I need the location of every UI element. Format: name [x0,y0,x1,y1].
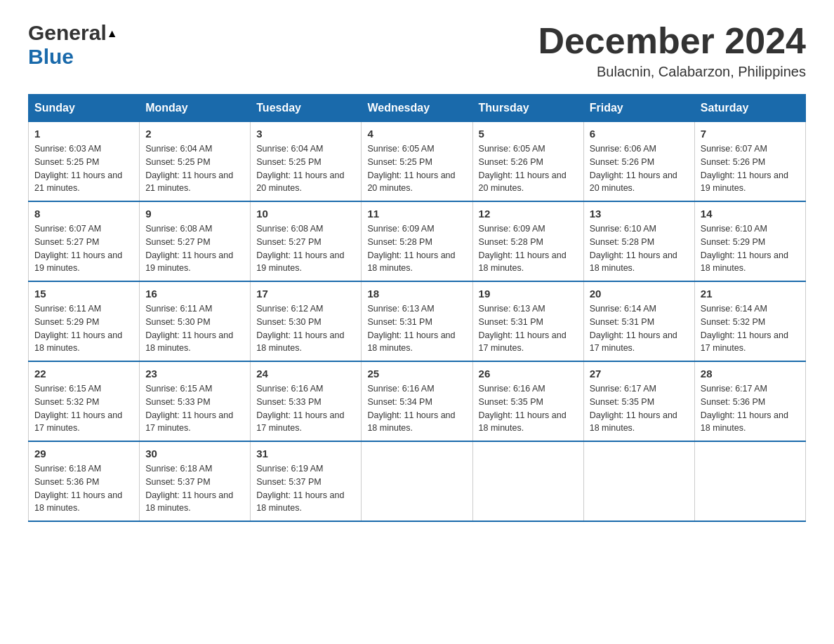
day-cell: 4 Sunrise: 6:05 AM Sunset: 5:25 PM Dayli… [362,122,472,202]
day-info: Sunrise: 6:07 AM Sunset: 5:27 PM Dayligh… [34,222,133,275]
day-info: Sunrise: 6:10 AM Sunset: 5:29 PM Dayligh… [701,222,800,275]
header-saturday: Saturday [694,95,805,122]
calendar-table: SundayMondayTuesdayWednesdayThursdayFrid… [28,94,806,522]
day-info: Sunrise: 6:05 AM Sunset: 5:26 PM Dayligh… [479,142,578,195]
week-row-2: 8 Sunrise: 6:07 AM Sunset: 5:27 PM Dayli… [29,201,806,281]
day-cell: 18 Sunrise: 6:13 AM Sunset: 5:31 PM Dayl… [362,281,472,361]
day-info: Sunrise: 6:15 AM Sunset: 5:32 PM Dayligh… [34,382,133,435]
header-monday: Monday [140,95,251,122]
header-friday: Friday [583,95,694,122]
day-number: 30 [145,448,244,459]
day-cell: 20 Sunrise: 6:14 AM Sunset: 5:31 PM Dayl… [583,281,694,361]
day-info: Sunrise: 6:17 AM Sunset: 5:35 PM Dayligh… [590,382,689,435]
page-header: General▲ Blue December 2024 Bulacnin, Ca… [28,21,806,80]
day-cell: 7 Sunrise: 6:07 AM Sunset: 5:26 PM Dayli… [694,122,805,202]
day-number: 1 [34,128,133,140]
day-info: Sunrise: 6:11 AM Sunset: 5:29 PM Dayligh… [34,302,133,355]
day-info: Sunrise: 6:16 AM Sunset: 5:33 PM Dayligh… [256,382,355,435]
day-info: Sunrise: 6:06 AM Sunset: 5:26 PM Dayligh… [590,142,689,195]
day-cell: 25 Sunrise: 6:16 AM Sunset: 5:34 PM Dayl… [362,361,472,441]
day-info: Sunrise: 6:07 AM Sunset: 5:26 PM Dayligh… [701,142,800,195]
day-cell: 1 Sunrise: 6:03 AM Sunset: 5:25 PM Dayli… [29,122,140,202]
day-cell: 13 Sunrise: 6:10 AM Sunset: 5:28 PM Dayl… [583,201,694,281]
day-info: Sunrise: 6:17 AM Sunset: 5:36 PM Dayligh… [701,382,800,435]
day-number: 20 [590,288,689,300]
logo-line2: Blue [28,45,74,69]
day-number: 12 [479,208,578,220]
day-number: 21 [701,288,800,300]
week-row-1: 1 Sunrise: 6:03 AM Sunset: 5:25 PM Dayli… [29,122,806,202]
day-cell: 22 Sunrise: 6:15 AM Sunset: 5:32 PM Dayl… [29,361,140,441]
day-number: 14 [701,208,800,220]
day-number: 9 [145,208,244,220]
week-row-3: 15 Sunrise: 6:11 AM Sunset: 5:29 PM Dayl… [29,281,806,361]
logo-blue-text: Blue [28,45,74,68]
calendar-subtitle: Bulacnin, Calabarzon, Philippines [538,64,806,80]
day-cell: 26 Sunrise: 6:16 AM Sunset: 5:35 PM Dayl… [472,361,583,441]
day-number: 11 [367,208,466,220]
day-number: 2 [145,128,244,140]
logo-general-text: General [28,21,107,44]
day-number: 18 [367,288,466,300]
calendar-title: December 2024 [538,21,806,61]
day-cell: 2 Sunrise: 6:04 AM Sunset: 5:25 PM Dayli… [140,122,251,202]
day-number: 29 [34,448,133,459]
day-cell [583,441,694,521]
day-info: Sunrise: 6:18 AM Sunset: 5:37 PM Dayligh… [145,462,244,515]
day-number: 24 [256,368,355,380]
header-sunday: Sunday [29,95,140,122]
day-info: Sunrise: 6:16 AM Sunset: 5:35 PM Dayligh… [479,382,578,435]
day-info: Sunrise: 6:16 AM Sunset: 5:34 PM Dayligh… [367,382,466,435]
day-cell: 19 Sunrise: 6:13 AM Sunset: 5:31 PM Dayl… [472,281,583,361]
header-row: SundayMondayTuesdayWednesdayThursdayFrid… [29,95,806,122]
day-cell: 27 Sunrise: 6:17 AM Sunset: 5:35 PM Dayl… [583,361,694,441]
day-cell: 30 Sunrise: 6:18 AM Sunset: 5:37 PM Dayl… [140,441,251,521]
day-number: 8 [34,208,133,220]
day-cell: 31 Sunrise: 6:19 AM Sunset: 5:37 PM Dayl… [251,441,362,521]
day-number: 6 [590,128,689,140]
day-info: Sunrise: 6:10 AM Sunset: 5:28 PM Dayligh… [590,222,689,275]
title-section: December 2024 Bulacnin, Calabarzon, Phil… [538,21,806,80]
day-number: 28 [701,368,800,380]
logo-line1: General▲ [28,21,118,45]
day-cell: 21 Sunrise: 6:14 AM Sunset: 5:32 PM Dayl… [694,281,805,361]
day-cell: 10 Sunrise: 6:08 AM Sunset: 5:27 PM Dayl… [251,201,362,281]
day-cell: 17 Sunrise: 6:12 AM Sunset: 5:30 PM Dayl… [251,281,362,361]
day-info: Sunrise: 6:04 AM Sunset: 5:25 PM Dayligh… [145,142,244,195]
logo: General▲ Blue [28,21,118,69]
day-cell: 9 Sunrise: 6:08 AM Sunset: 5:27 PM Dayli… [140,201,251,281]
day-number: 19 [479,288,578,300]
day-info: Sunrise: 6:09 AM Sunset: 5:28 PM Dayligh… [479,222,578,275]
day-number: 26 [479,368,578,380]
day-number: 15 [34,288,133,300]
day-cell: 24 Sunrise: 6:16 AM Sunset: 5:33 PM Dayl… [251,361,362,441]
day-number: 3 [256,128,355,140]
day-info: Sunrise: 6:15 AM Sunset: 5:33 PM Dayligh… [145,382,244,435]
header-tuesday: Tuesday [251,95,362,122]
day-info: Sunrise: 6:14 AM Sunset: 5:31 PM Dayligh… [590,302,689,355]
day-cell [472,441,583,521]
header-thursday: Thursday [472,95,583,122]
day-info: Sunrise: 6:19 AM Sunset: 5:37 PM Dayligh… [256,462,355,515]
day-info: Sunrise: 6:08 AM Sunset: 5:27 PM Dayligh… [256,222,355,275]
week-row-4: 22 Sunrise: 6:15 AM Sunset: 5:32 PM Dayl… [29,361,806,441]
day-cell: 23 Sunrise: 6:15 AM Sunset: 5:33 PM Dayl… [140,361,251,441]
day-cell: 11 Sunrise: 6:09 AM Sunset: 5:28 PM Dayl… [362,201,472,281]
day-number: 31 [256,448,355,459]
header-wednesday: Wednesday [362,95,472,122]
day-info: Sunrise: 6:13 AM Sunset: 5:31 PM Dayligh… [367,302,466,355]
day-number: 25 [367,368,466,380]
day-cell: 14 Sunrise: 6:10 AM Sunset: 5:29 PM Dayl… [694,201,805,281]
day-cell: 28 Sunrise: 6:17 AM Sunset: 5:36 PM Dayl… [694,361,805,441]
day-info: Sunrise: 6:05 AM Sunset: 5:25 PM Dayligh… [367,142,466,195]
day-cell: 5 Sunrise: 6:05 AM Sunset: 5:26 PM Dayli… [472,122,583,202]
day-cell: 12 Sunrise: 6:09 AM Sunset: 5:28 PM Dayl… [472,201,583,281]
day-number: 17 [256,288,355,300]
day-cell: 15 Sunrise: 6:11 AM Sunset: 5:29 PM Dayl… [29,281,140,361]
day-cell: 29 Sunrise: 6:18 AM Sunset: 5:36 PM Dayl… [29,441,140,521]
logo-triangle-icon: ▲ [107,27,118,40]
day-number: 23 [145,368,244,380]
day-info: Sunrise: 6:18 AM Sunset: 5:36 PM Dayligh… [34,462,133,515]
day-number: 10 [256,208,355,220]
day-info: Sunrise: 6:14 AM Sunset: 5:32 PM Dayligh… [701,302,800,355]
